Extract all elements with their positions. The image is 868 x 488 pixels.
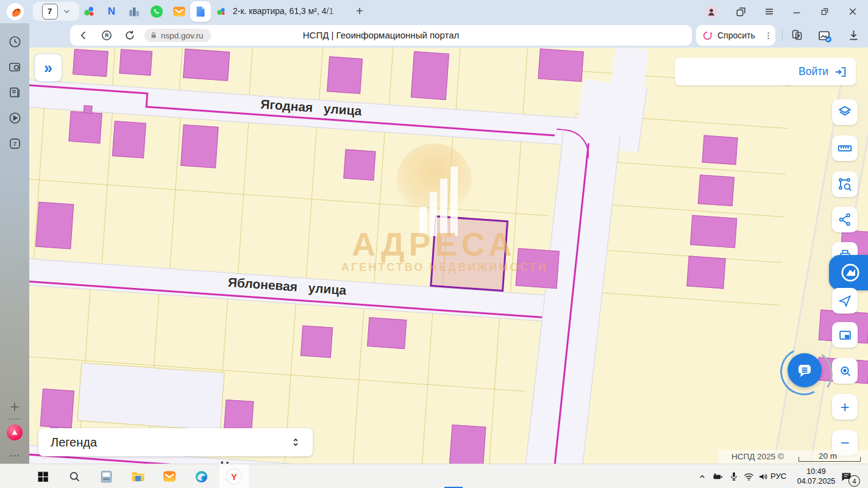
alice-assistant-icon[interactable] bbox=[7, 425, 23, 440]
svg-text:7: 7 bbox=[13, 140, 16, 147]
building[interactable] bbox=[449, 425, 486, 464]
watermark-logo bbox=[396, 143, 472, 219]
pinned-tab-n-icon[interactable]: N bbox=[104, 4, 119, 19]
building[interactable] bbox=[538, 48, 583, 82]
building[interactable] bbox=[180, 124, 219, 168]
login-label: Войти bbox=[799, 65, 828, 78]
watermark-title: АДРЕСА bbox=[336, 225, 532, 263]
browser-toolbar: Я nspd.gov.ru НСПД | Геоинформационный п… bbox=[0, 23, 868, 48]
url-field[interactable]: nspd.gov.ru bbox=[144, 29, 211, 42]
kebab-menu-icon bbox=[764, 31, 773, 40]
yandex-home-icon[interactable]: Я bbox=[101, 29, 113, 41]
svg-text:Я: Я bbox=[105, 32, 108, 38]
menu-icon[interactable] bbox=[763, 5, 776, 18]
tray-chevron-icon[interactable] bbox=[695, 469, 710, 484]
mini-map-button[interactable] bbox=[832, 322, 858, 348]
tab-group-count: 7 bbox=[42, 4, 58, 20]
zoom-in-button[interactable]: + bbox=[832, 394, 858, 420]
lock-icon bbox=[149, 31, 158, 40]
layers-button[interactable] bbox=[832, 99, 858, 125]
add-panel-icon[interactable] bbox=[7, 400, 22, 414]
building[interactable] bbox=[84, 105, 93, 113]
building[interactable] bbox=[343, 149, 375, 181]
ask-ai-label: Спросить bbox=[717, 30, 755, 40]
area-search-button[interactable] bbox=[832, 171, 858, 197]
pinned-tab-dzen-icon[interactable] bbox=[82, 4, 96, 19]
pinned-tab-buildings-icon[interactable] bbox=[127, 4, 141, 19]
chat-button[interactable] bbox=[788, 353, 822, 387]
tray-microphone-icon[interactable] bbox=[727, 469, 741, 484]
tab-group-chip[interactable]: 7 bbox=[33, 2, 79, 21]
tray-volume-icon[interactable] bbox=[756, 469, 770, 484]
legend-expand-icon[interactable] bbox=[290, 436, 302, 448]
building[interactable] bbox=[183, 49, 230, 81]
share-button[interactable] bbox=[832, 207, 858, 232]
screenshot-icon[interactable] bbox=[7, 60, 22, 74]
passwords-icon[interactable] bbox=[791, 29, 803, 41]
building[interactable] bbox=[119, 49, 152, 76]
history-icon[interactable] bbox=[7, 34, 22, 49]
profile-avatar[interactable] bbox=[705, 5, 718, 18]
browser-logo-icon[interactable] bbox=[6, 2, 24, 21]
close-button[interactable] bbox=[846, 5, 859, 18]
taskbar-app-document-icon[interactable] bbox=[99, 469, 113, 484]
back-icon[interactable] bbox=[77, 29, 90, 41]
feed-icon[interactable] bbox=[7, 85, 22, 99]
ruler-button[interactable] bbox=[832, 135, 858, 161]
yandex-browser-taskbar-cell[interactable]: Y bbox=[219, 464, 249, 488]
video-icon[interactable] bbox=[7, 110, 22, 125]
start-button[interactable] bbox=[35, 469, 50, 484]
minimize-button[interactable] bbox=[790, 5, 803, 18]
yandex-browser-icon: Y bbox=[227, 469, 241, 484]
attribution-text: НСПД 2025 © bbox=[731, 452, 784, 461]
taskbar-clock[interactable]: 10:49 04.07.2025 bbox=[792, 467, 840, 486]
building[interactable] bbox=[690, 215, 737, 248]
map-viewport[interactable]: Ягодная улица Яблоневая улица Цвето АДРЕ… bbox=[29, 48, 868, 464]
taskbar-time: 10:49 bbox=[792, 467, 840, 476]
building[interactable] bbox=[702, 135, 738, 165]
building[interactable] bbox=[35, 202, 74, 249]
building[interactable] bbox=[73, 49, 108, 77]
building[interactable] bbox=[698, 174, 735, 206]
ask-ai-button[interactable]: Спросить bbox=[696, 25, 775, 46]
legend-panel[interactable]: Легенда bbox=[38, 428, 313, 456]
my-location-button[interactable] bbox=[832, 288, 858, 314]
download-icon[interactable] bbox=[847, 29, 860, 41]
browser-sidebar: 7 bbox=[0, 23, 29, 464]
search-on-map-button[interactable] bbox=[832, 358, 858, 384]
file-explorer-icon[interactable] bbox=[130, 469, 145, 484]
building[interactable] bbox=[367, 317, 407, 349]
login-bar[interactable]: Войти bbox=[675, 58, 856, 85]
building[interactable] bbox=[411, 51, 449, 100]
nspd-assistant-flyout[interactable] bbox=[829, 255, 868, 290]
refresh-icon[interactable] bbox=[124, 29, 136, 41]
taskbar-search-icon[interactable] bbox=[67, 469, 82, 484]
new-tab-button[interactable]: + bbox=[351, 2, 368, 20]
login-icon bbox=[834, 65, 847, 79]
restore-button[interactable] bbox=[818, 5, 831, 18]
windows-taskbar: Y РУС 10:49 04.07.2025 4 bbox=[0, 464, 868, 488]
pinned-tab-mail-icon[interactable] bbox=[172, 4, 187, 19]
active-tab-favicon bbox=[216, 4, 227, 19]
tray-wifi-icon[interactable] bbox=[741, 469, 756, 484]
pinned-tab-active-nspd[interactable] bbox=[190, 1, 211, 22]
building[interactable] bbox=[68, 111, 102, 144]
pinned-tab-whatsapp-icon[interactable] bbox=[149, 4, 164, 19]
tabs-panel-icon[interactable] bbox=[734, 5, 747, 18]
yandex-mail-app-icon[interactable] bbox=[162, 469, 177, 484]
tray-device-icon[interactable] bbox=[711, 469, 725, 484]
expand-panel-button[interactable]: » bbox=[34, 54, 62, 82]
tab-group-seven-icon[interactable]: 7 bbox=[7, 136, 22, 151]
building[interactable] bbox=[40, 389, 74, 428]
building[interactable] bbox=[686, 256, 725, 289]
more-options-icon[interactable] bbox=[7, 448, 22, 463]
building[interactable] bbox=[112, 121, 146, 158]
edge-icon[interactable] bbox=[194, 469, 208, 484]
screenshot-tool-icon[interactable] bbox=[817, 29, 832, 43]
address-bar[interactable]: Я nspd.gov.ru НСПД | Геоинформационный п… bbox=[70, 25, 692, 46]
language-indicator[interactable]: РУС bbox=[770, 472, 786, 481]
active-tab-title[interactable]: 2-к. квартира, 61,3 м², 4/1 bbox=[233, 6, 347, 16]
sidebar-divider bbox=[8, 418, 21, 420]
building[interactable] bbox=[327, 56, 363, 94]
building[interactable] bbox=[301, 325, 333, 357]
